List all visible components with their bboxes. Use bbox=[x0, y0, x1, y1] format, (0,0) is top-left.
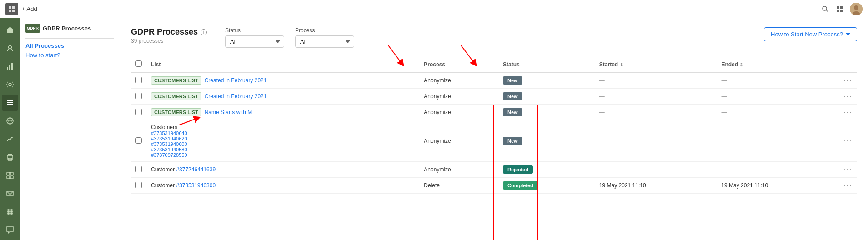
row-checkbox[interactable] bbox=[135, 77, 142, 83]
select-all-checkbox[interactable] bbox=[135, 60, 142, 67]
process-cell: Anonymize bbox=[419, 162, 498, 178]
process-cell: Anonymize bbox=[419, 120, 498, 162]
customers-list-tag[interactable]: CUSTOMERS LIST bbox=[151, 108, 201, 116]
settings-icon[interactable] bbox=[2, 76, 18, 93]
left-nav-header: GDPR GDPR Processes bbox=[25, 24, 114, 33]
customers-list-tag[interactable]: CUSTOMERS LIST bbox=[151, 76, 201, 85]
contacts-icon[interactable] bbox=[2, 40, 18, 56]
svg-point-7 bbox=[854, 5, 858, 10]
table-row: CUSTOMERS LIST Created in February 2021 … bbox=[131, 89, 857, 105]
globe-icon[interactable] bbox=[2, 113, 18, 129]
ended-cell: — bbox=[717, 162, 839, 178]
app-logo[interactable] bbox=[5, 3, 18, 15]
table-row: Customers #373531940640 #373531940620 #3… bbox=[131, 120, 857, 162]
more-options-button[interactable]: ··· bbox=[843, 108, 852, 116]
list-icon[interactable] bbox=[2, 95, 18, 111]
home-icon[interactable] bbox=[2, 22, 18, 38]
gdpr-badge: GDPR bbox=[25, 24, 40, 33]
col-status: Status bbox=[498, 57, 595, 72]
col-list: List bbox=[146, 57, 419, 72]
status-badge: New bbox=[503, 92, 522, 100]
customer-id-link[interactable]: #373709728559 bbox=[151, 152, 187, 158]
process-filter-select[interactable]: All Anonymize Delete bbox=[295, 35, 354, 48]
customer-id-link[interactable]: #373531940600 bbox=[151, 141, 187, 147]
svg-point-0 bbox=[823, 6, 827, 10]
more-options-button[interactable]: ··· bbox=[843, 137, 852, 145]
svg-point-34 bbox=[7, 213, 9, 215]
avatar[interactable] bbox=[850, 3, 863, 15]
print-icon[interactable] bbox=[2, 149, 18, 165]
customers-list-tag[interactable]: CUSTOMERS LIST bbox=[151, 92, 201, 100]
row-checkbox[interactable] bbox=[135, 182, 142, 188]
sidebar-icons bbox=[0, 18, 20, 240]
processes-table: List Process Status Started ⇕ Ended ⇕ bbox=[131, 57, 857, 194]
more-options-button[interactable]: ··· bbox=[843, 165, 852, 173]
svg-rect-2 bbox=[837, 6, 839, 9]
customer-id-link[interactable]: #373531940300 bbox=[176, 182, 216, 189]
chart-icon[interactable] bbox=[2, 58, 18, 75]
reports-icon[interactable] bbox=[2, 131, 18, 147]
table-row: CUSTOMERS LIST Created in February 2021 … bbox=[131, 72, 857, 89]
list-name: Customer bbox=[151, 166, 176, 173]
grid-icon[interactable] bbox=[835, 5, 844, 14]
main-content: GDPR Processes i 39 processes Status All… bbox=[120, 18, 868, 240]
svg-point-35 bbox=[9, 213, 11, 215]
add-button[interactable]: + Add bbox=[22, 5, 37, 12]
info-icon[interactable]: i bbox=[201, 29, 207, 35]
status-badge: New bbox=[503, 76, 522, 85]
nav-link-all-processes[interactable]: All Processes bbox=[25, 42, 114, 49]
more-options-button[interactable]: ··· bbox=[843, 76, 852, 84]
list-link[interactable]: Name Starts with M bbox=[205, 109, 252, 115]
svg-point-33 bbox=[11, 211, 13, 213]
list-link[interactable]: Created in February 2021 bbox=[205, 77, 267, 84]
how-to-start-button[interactable]: How to Start New Process? bbox=[764, 27, 857, 41]
svg-rect-22 bbox=[8, 154, 12, 155]
svg-point-30 bbox=[11, 209, 13, 211]
search-icon[interactable] bbox=[821, 5, 830, 14]
customer-id-link[interactable]: #373531940580 bbox=[151, 147, 187, 152]
more-options-button[interactable]: ··· bbox=[843, 181, 852, 189]
ended-cell: — bbox=[717, 105, 839, 120]
ended-cell: — bbox=[717, 120, 839, 162]
svg-point-29 bbox=[9, 209, 11, 211]
svg-point-13 bbox=[9, 83, 11, 86]
list-name: Customers bbox=[151, 124, 415, 130]
list-link[interactable]: Created in February 2021 bbox=[205, 93, 267, 100]
status-badge: New bbox=[503, 108, 522, 116]
gear2-icon[interactable] bbox=[2, 167, 18, 184]
nav-link-how-to-start[interactable]: How to start? bbox=[25, 52, 114, 59]
chat-icon[interactable] bbox=[2, 222, 18, 238]
started-cell: — bbox=[595, 120, 717, 162]
svg-point-32 bbox=[9, 211, 11, 213]
svg-rect-3 bbox=[840, 6, 843, 9]
started-cell: — bbox=[595, 162, 717, 178]
svg-rect-12 bbox=[11, 63, 13, 70]
table-row: Customer #373531940300 Delete Completed … bbox=[131, 178, 857, 194]
svg-rect-5 bbox=[840, 10, 843, 12]
customer-id-link[interactable]: #377246441639 bbox=[176, 166, 216, 173]
customer-id-link[interactable]: #373531940640 bbox=[151, 130, 187, 136]
process-cell: Delete bbox=[419, 178, 498, 194]
left-nav-panel: GDPR GDPR Processes All Processes How to… bbox=[20, 18, 120, 240]
svg-point-28 bbox=[7, 209, 9, 211]
mail-icon[interactable] bbox=[2, 185, 18, 202]
col-ended: Ended ⇕ bbox=[717, 57, 839, 72]
customer-id-link[interactable]: #373531940620 bbox=[151, 136, 187, 141]
ended-cell: 19 May 2021 11:10 bbox=[717, 178, 839, 194]
svg-rect-26 bbox=[10, 176, 13, 179]
svg-point-31 bbox=[7, 211, 9, 213]
status-badge: New bbox=[503, 137, 522, 145]
ended-cell: — bbox=[717, 72, 839, 89]
col-process: Process bbox=[419, 57, 498, 72]
process-count: 39 processes bbox=[131, 38, 207, 44]
more-options-button[interactable]: ··· bbox=[843, 92, 852, 100]
row-checkbox[interactable] bbox=[135, 109, 142, 115]
row-checkbox[interactable] bbox=[135, 166, 142, 172]
apps2-icon[interactable] bbox=[2, 204, 18, 220]
row-checkbox[interactable] bbox=[135, 137, 142, 144]
status-filter-select[interactable]: All New Rejected Completed bbox=[225, 35, 284, 48]
svg-rect-10 bbox=[7, 67, 8, 70]
row-checkbox[interactable] bbox=[135, 93, 142, 99]
started-cell: 19 May 2021 11:10 bbox=[595, 178, 717, 194]
svg-rect-25 bbox=[7, 176, 10, 179]
